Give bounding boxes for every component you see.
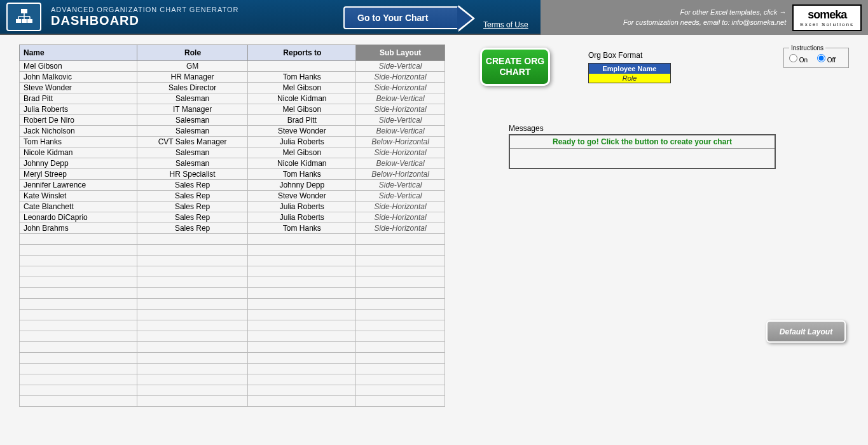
instructions-off-radio[interactable] bbox=[817, 54, 825, 62]
cell-reports[interactable]: Johnny Depp bbox=[248, 180, 356, 191]
table-row[interactable]: Robert De NiroSalesmanBrad PittSide-Vert… bbox=[20, 115, 445, 126]
cell-name[interactable]: Tom Hanks bbox=[20, 137, 137, 147]
cell-role[interactable]: GM bbox=[137, 61, 248, 72]
cell-name[interactable]: John Malkovic bbox=[20, 72, 137, 83]
table-row[interactable]: Cate BlanchettSales RepJulia RobertsSide… bbox=[20, 202, 445, 212]
table-row-empty[interactable] bbox=[20, 234, 445, 245]
table-row[interactable]: Steve WonderSales DirectorMel GibsonSide… bbox=[20, 83, 445, 93]
templates-link[interactable]: For other Excel templates, click → bbox=[547, 8, 786, 17]
cell-name[interactable]: Johnny Depp bbox=[20, 158, 137, 169]
cell-role[interactable]: IT Manager bbox=[137, 104, 248, 115]
header-reports[interactable]: Reports to bbox=[248, 45, 356, 61]
table-row-empty[interactable] bbox=[20, 353, 445, 364]
table-row[interactable]: John MalkovicHR ManagerTom HanksSide-Hor… bbox=[20, 72, 445, 83]
cell-role[interactable]: Sales Rep bbox=[137, 223, 248, 234]
terms-link[interactable]: Terms of Use bbox=[483, 20, 528, 29]
cell-role[interactable]: Salesman bbox=[137, 93, 248, 104]
table-row[interactable]: Julia RobertsIT ManagerMel GibsonSide-Ho… bbox=[20, 104, 445, 115]
header-name[interactable]: Name bbox=[20, 45, 137, 61]
cell-reports[interactable]: Nicole Kidman bbox=[248, 93, 356, 104]
table-row-empty[interactable] bbox=[20, 331, 445, 342]
cell-name[interactable]: Leonardo DiCaprio bbox=[20, 212, 137, 223]
table-row-empty[interactable] bbox=[20, 256, 445, 266]
cell-layout[interactable]: Below-Horizontal bbox=[356, 137, 445, 147]
table-row-empty[interactable] bbox=[20, 299, 445, 310]
cell-layout[interactable]: Side-Horizontal bbox=[356, 212, 445, 223]
cell-role[interactable]: Salesman bbox=[137, 158, 248, 169]
cell-reports[interactable]: Nicole Kidman bbox=[248, 158, 356, 169]
cell-reports[interactable]: Julia Roberts bbox=[248, 202, 356, 212]
cell-layout[interactable]: Side-Vertical bbox=[356, 61, 445, 72]
cell-name[interactable]: Robert De Niro bbox=[20, 115, 137, 126]
table-row-empty[interactable] bbox=[20, 266, 445, 277]
table-row[interactable]: Mel GibsonGMSide-Vertical bbox=[20, 61, 445, 72]
table-row-empty[interactable] bbox=[20, 288, 445, 299]
cell-reports[interactable]: Steve Wonder bbox=[248, 191, 356, 202]
cell-reports[interactable]: Mel Gibson bbox=[248, 104, 356, 115]
cell-role[interactable]: HR Specialist bbox=[137, 169, 248, 180]
table-row[interactable]: John BrahmsSales RepTom HanksSide-Horizo… bbox=[20, 223, 445, 234]
table-row-empty[interactable] bbox=[20, 374, 445, 385]
cell-layout[interactable]: Side-Vertical bbox=[356, 180, 445, 191]
cell-name[interactable]: Jack Nicholson bbox=[20, 126, 137, 137]
cell-layout[interactable]: Side-Horizontal bbox=[356, 223, 445, 234]
table-row[interactable]: Jack NicholsonSalesmanSteve WonderBelow-… bbox=[20, 126, 445, 137]
cell-layout[interactable]: Below-Horizontal bbox=[356, 169, 445, 180]
cell-name[interactable]: Nicole Kidman bbox=[20, 147, 137, 158]
employee-table[interactable]: Name Role Reports to Sub Layout Mel Gibs… bbox=[19, 44, 445, 407]
table-row-empty[interactable] bbox=[20, 277, 445, 288]
header-role[interactable]: Role bbox=[137, 45, 248, 61]
cell-reports[interactable]: Steve Wonder bbox=[248, 126, 356, 137]
cell-name[interactable]: Mel Gibson bbox=[20, 61, 137, 72]
table-row-empty[interactable] bbox=[20, 245, 445, 256]
table-row-empty[interactable] bbox=[20, 364, 445, 374]
cell-reports[interactable] bbox=[248, 61, 356, 72]
cell-reports[interactable]: Mel Gibson bbox=[248, 83, 356, 93]
table-row-empty[interactable] bbox=[20, 396, 445, 407]
cell-role[interactable]: CVT Sales Manager bbox=[137, 137, 248, 147]
cell-layout[interactable]: Below-Vertical bbox=[356, 158, 445, 169]
cell-reports[interactable]: Mel Gibson bbox=[248, 147, 356, 158]
table-row[interactable]: Nicole KidmanSalesmanMel GibsonSide-Hori… bbox=[20, 147, 445, 158]
table-row[interactable]: Jennifer LawrenceSales RepJohnny DeppSid… bbox=[20, 180, 445, 191]
table-row[interactable]: Leonardo DiCaprioSales RepJulia RobertsS… bbox=[20, 212, 445, 223]
cell-reports[interactable]: Julia Roberts bbox=[248, 137, 356, 147]
cell-name[interactable]: Julia Roberts bbox=[20, 104, 137, 115]
cell-name[interactable]: Steve Wonder bbox=[20, 83, 137, 93]
instructions-on-option[interactable]: On bbox=[789, 57, 808, 64]
cell-role[interactable]: Salesman bbox=[137, 147, 248, 158]
cell-name[interactable]: Cate Blanchett bbox=[20, 202, 137, 212]
cell-layout[interactable]: Side-Horizontal bbox=[356, 147, 445, 158]
cell-name[interactable]: Meryl Streep bbox=[20, 169, 137, 180]
table-row-empty[interactable] bbox=[20, 320, 445, 331]
cell-role[interactable]: HR Manager bbox=[137, 72, 248, 83]
cell-reports[interactable]: Brad Pitt bbox=[248, 115, 356, 126]
cell-role[interactable]: Sales Rep bbox=[137, 180, 248, 191]
cell-name[interactable]: Kate Winslet bbox=[20, 191, 137, 202]
cell-layout[interactable]: Below-Vertical bbox=[356, 93, 445, 104]
cell-role[interactable]: Sales Rep bbox=[137, 191, 248, 202]
cell-reports[interactable]: Tom Hanks bbox=[248, 223, 356, 234]
header-layout[interactable]: Sub Layout bbox=[356, 45, 445, 61]
table-row[interactable]: Tom HanksCVT Sales ManagerJulia RobertsB… bbox=[20, 137, 445, 147]
cell-layout[interactable]: Side-Horizontal bbox=[356, 72, 445, 83]
table-row-empty[interactable] bbox=[20, 310, 445, 320]
cell-name[interactable]: John Brahms bbox=[20, 223, 137, 234]
cell-name[interactable]: Brad Pitt bbox=[20, 93, 137, 104]
cell-role[interactable]: Salesman bbox=[137, 126, 248, 137]
cell-layout[interactable]: Below-Vertical bbox=[356, 126, 445, 137]
cell-name[interactable]: Jennifer Lawrence bbox=[20, 180, 137, 191]
table-row-empty[interactable] bbox=[20, 342, 445, 353]
instructions-on-radio[interactable] bbox=[789, 54, 797, 62]
cell-layout[interactable]: Side-Horizontal bbox=[356, 202, 445, 212]
table-row[interactable]: Brad PittSalesmanNicole KidmanBelow-Vert… bbox=[20, 93, 445, 104]
instructions-off-option[interactable]: Off bbox=[817, 57, 836, 64]
cell-role[interactable]: Sales Rep bbox=[137, 212, 248, 223]
cell-layout[interactable]: Side-Horizontal bbox=[356, 104, 445, 115]
cell-reports[interactable]: Tom Hanks bbox=[248, 169, 356, 180]
table-row[interactable]: Kate WinsletSales RepSteve WonderSide-Ve… bbox=[20, 191, 445, 202]
table-row-empty[interactable] bbox=[20, 385, 445, 396]
table-row[interactable]: Johnny DeppSalesmanNicole KidmanBelow-Ve… bbox=[20, 158, 445, 169]
cell-layout[interactable]: Side-Vertical bbox=[356, 191, 445, 202]
cell-reports[interactable]: Tom Hanks bbox=[248, 72, 356, 83]
